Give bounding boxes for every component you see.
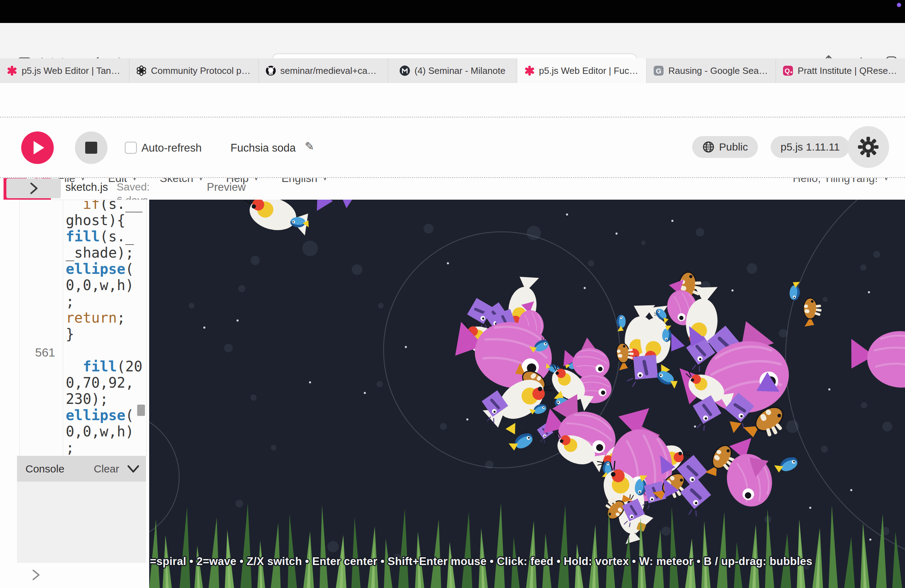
google-favicon-icon: G: [653, 65, 664, 76]
macos-menubar: [0, 0, 905, 23]
code-lines: if(s.__ghost){fill(s.__shade);ellipse(0,…: [66, 200, 146, 456]
preview-label: Preview: [207, 181, 246, 193]
play-icon: [33, 141, 44, 154]
browser-tab[interactable]: QPratt Institute | QReserve: [776, 58, 905, 83]
browser-tab[interactable]: p5.js Web Editor | Fuch...: [517, 58, 646, 83]
console-clear-button[interactable]: Clear: [94, 463, 119, 475]
tab-label: (4) Seminar - Milanote: [414, 65, 505, 76]
edit-name-pencil-icon[interactable]: ✎: [305, 139, 314, 153]
code-line: 230);: [66, 391, 146, 407]
code-line: 0,0,w,h): [66, 277, 146, 293]
console-output: [17, 482, 146, 563]
console-title: Console: [25, 463, 64, 475]
p5-favicon-icon: [7, 65, 17, 76]
svg-text:G: G: [656, 67, 662, 75]
visibility-label: Public: [719, 141, 748, 153]
console-expand-chevron[interactable]: [28, 567, 44, 583]
browser-tab[interactable]: p5.js Web Editor | Tang...: [0, 58, 129, 83]
code-line: if(s.__: [66, 200, 146, 212]
saved-ago: 6 days: [117, 194, 148, 200]
code-line: _shade);: [66, 244, 146, 261]
sidebar-expand-button[interactable]: [6, 178, 61, 198]
editor-header: p5* File▼Edit▼Sketch▼Help▼English▼ Hello…: [0, 83, 905, 117]
tab-label: seminar/medieval+castl...: [280, 65, 381, 76]
sketch-scene: [149, 200, 905, 588]
qreserve-favicon-icon: Q: [783, 65, 793, 76]
code-line: fill(20: [66, 358, 146, 374]
code-line: return;: [66, 309, 146, 326]
tab-label: Rausing - Google Search: [668, 65, 769, 76]
visibility-badge[interactable]: Public: [692, 136, 758, 158]
gutter-divider: [63, 200, 63, 456]
chevron-right-icon: [28, 181, 40, 195]
browser-toolbar: 未命名 ▼ editor.p5js.org A文: [0, 23, 905, 59]
github-favicon-icon: [265, 65, 276, 76]
preview-canvas[interactable]: =spiral • 2=wave • Z/X switch • Enter ce…: [149, 200, 905, 588]
code-line: ghost){: [66, 212, 146, 228]
editor-scrollbar-thumb[interactable]: [137, 404, 145, 416]
code-line: ellipse(: [66, 407, 146, 423]
sketch-name[interactable]: Fuchsia soda: [230, 142, 295, 154]
version-badge[interactable]: p5.js 1.11.11: [771, 136, 849, 158]
gear-icon: [857, 136, 880, 158]
browser-tab-bar: p5.js Web Editor | Tang...Community Prot…: [0, 58, 905, 83]
settings-button[interactable]: [847, 126, 889, 168]
auto-refresh-checkbox[interactable]: [125, 142, 137, 154]
globe-icon: [702, 141, 715, 153]
p5-favicon-icon: [524, 65, 535, 76]
browser-tab[interactable]: seminar/medieval+castl...: [259, 58, 388, 83]
code-line: [66, 342, 146, 358]
stop-icon: [85, 142, 97, 154]
play-button[interactable]: [21, 132, 54, 164]
code-line: ellipse(: [66, 261, 146, 277]
code-line: ;: [66, 293, 146, 309]
sketch-status-bar: =spiral • 2=wave • Z/X switch • Enter ce…: [150, 555, 905, 568]
code-line: 0,0,w,h): [66, 423, 146, 440]
tab-label: Pratt Institute | QReserve: [797, 65, 898, 76]
console-header: Console Clear: [17, 456, 146, 482]
code-line: 0,70,92,: [66, 374, 146, 391]
tab-label: Community Protocol pr...: [151, 65, 252, 76]
chevron-down-icon[interactable]: [125, 463, 141, 475]
screen-recording-indicator-icon: [897, 3, 901, 7]
code-line: }: [66, 326, 146, 342]
code-line: ;: [66, 440, 146, 456]
svg-text:Q: Q: [785, 67, 790, 74]
browser-tab[interactable]: Community Protocol pr...: [129, 58, 259, 83]
screen: 未命名 ▼ editor.p5js.org A文: [0, 0, 905, 588]
editor-toolbar: Auto-refresh Fuchsia soda ✎ Public p5.js…: [0, 117, 905, 178]
browser-tab[interactable]: GRausing - Google Search: [646, 58, 776, 83]
tab-label: p5.js Web Editor | Fuch...: [539, 65, 640, 76]
saved-label: Saved:: [117, 181, 149, 193]
line-number: 561: [20, 346, 55, 359]
code-line: fill(s._: [66, 228, 146, 244]
milanote-favicon-icon: [400, 65, 410, 76]
openai-favicon-icon: [136, 65, 147, 76]
file-tab-sketch-js[interactable]: sketch.js: [65, 181, 108, 193]
stop-button[interactable]: [75, 132, 108, 164]
auto-refresh-label: Auto-refresh: [141, 142, 202, 154]
browser-tab[interactable]: (4) Seminar - Milanote: [388, 58, 518, 83]
code-editor[interactable]: 561 if(s.__ghost){fill(s.__shade);ellips…: [19, 200, 147, 456]
version-label: p5.js 1.11.11: [781, 141, 840, 153]
tab-label: p5.js Web Editor | Tang...: [22, 65, 122, 76]
saved-status: Saved: 6 days: [117, 177, 152, 200]
